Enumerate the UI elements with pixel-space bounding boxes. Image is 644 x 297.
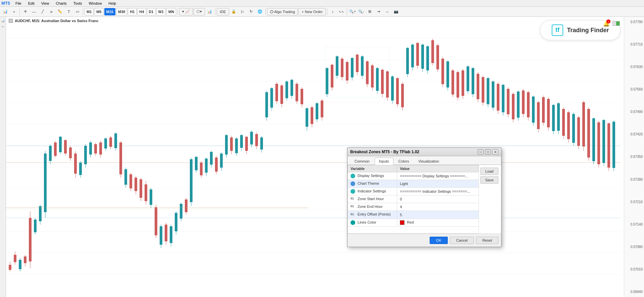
svg-rect-62	[124, 169, 127, 185]
notification-bell[interactable]: 🔔 1	[602, 19, 610, 27]
svg-rect-147	[336, 56, 338, 76]
toolbar-separator-4	[215, 8, 215, 15]
toolbar-separator-7	[347, 8, 347, 15]
svg-rect-241	[572, 114, 575, 143]
tab-inputs[interactable]: Inputs	[375, 158, 393, 165]
text-button[interactable]: T	[65, 8, 73, 16]
hline-button[interactable]: —	[30, 8, 38, 16]
row-value[interactable]: ========== Indicator Settings =======...	[397, 188, 479, 195]
price-label-5: 0.57490	[626, 110, 643, 114]
grid-button[interactable]: ⊞	[366, 8, 374, 16]
notification-badge: 1	[606, 19, 610, 23]
template-button[interactable]: ⬡▾	[194, 8, 205, 15]
ok-button[interactable]: OK	[430, 237, 448, 244]
row-value[interactable]: 5	[397, 211, 479, 219]
toolbar-separator-3	[177, 8, 178, 15]
algo-trading-button[interactable]: Algo Trading	[267, 8, 298, 15]
tf-h4[interactable]: H4	[137, 8, 146, 15]
tf-mn[interactable]: MN	[166, 8, 176, 15]
menu-view[interactable]: View	[40, 1, 51, 5]
period-selector[interactable]: ▾ 📈	[179, 8, 193, 15]
menu-file[interactable]: File	[14, 1, 23, 5]
svg-rect-42	[74, 154, 77, 174]
tf-m30[interactable]: M30	[116, 8, 127, 15]
status-indicator	[612, 21, 620, 26]
trendline-button[interactable]: ╱	[39, 8, 47, 16]
price-label-4: 0.57560	[626, 87, 643, 91]
menu-tools[interactable]: Tools	[72, 1, 84, 5]
row-value[interactable]: Light	[397, 180, 479, 188]
color-swatch-red[interactable]	[400, 220, 405, 225]
plus-button[interactable]: +	[10, 8, 18, 16]
tab-common[interactable]: Common	[350, 158, 374, 165]
crosshair-button[interactable]: ✛	[21, 8, 29, 16]
community-button[interactable]: 🌐	[256, 8, 264, 16]
tab-colors[interactable]: Colors	[394, 158, 414, 165]
dialog-minimize-button[interactable]: ─	[478, 149, 484, 155]
channel-button[interactable]: ≡	[47, 8, 55, 16]
svg-rect-155	[356, 55, 359, 72]
svg-rect-64	[129, 174, 132, 188]
svg-rect-34	[54, 142, 57, 156]
row-value[interactable]: Red	[397, 219, 479, 226]
svg-rect-110	[245, 137, 248, 151]
tf-m15[interactable]: M15	[104, 8, 115, 15]
svg-rect-106	[235, 138, 238, 153]
menu-help[interactable]: Help	[107, 1, 118, 5]
load-button[interactable]: Load	[480, 168, 498, 175]
svg-rect-38	[64, 140, 67, 154]
algo-icon	[270, 10, 273, 13]
svg-rect-219	[517, 92, 520, 118]
svg-rect-249	[592, 118, 595, 161]
zoom-out-button[interactable]: 🔍-	[357, 8, 365, 16]
menu-charts[interactable]: Charts	[54, 1, 68, 5]
svg-rect-177	[411, 45, 414, 67]
row-value[interactable]: ========== Display Settings =======...	[397, 172, 479, 180]
indicator-button[interactable]: ∿∿	[337, 8, 345, 16]
svg-rect-233	[552, 105, 555, 131]
trading-finder-logo-icon: tf	[551, 24, 564, 36]
svg-rect-18	[14, 255, 16, 262]
tf-d1[interactable]: D1	[147, 8, 156, 15]
refresh-button[interactable]: ↻	[247, 8, 255, 16]
reset-button[interactable]: Reset	[476, 237, 498, 244]
screenshot-button[interactable]: 📷	[392, 8, 400, 16]
new-chart-button[interactable]: 📊	[1, 8, 9, 16]
tf-h1[interactable]: H1	[128, 8, 137, 15]
fix-scale-button[interactable]: ↔	[383, 8, 391, 16]
svg-rect-78	[165, 225, 167, 241]
svg-rect-191	[446, 61, 449, 87]
svg-rect-221	[522, 91, 525, 114]
svg-rect-201	[472, 68, 474, 94]
zoom-in-button[interactable]: 🔍+	[348, 8, 357, 16]
lock-button[interactable]: 🔒	[230, 8, 238, 16]
menu-window[interactable]: Window	[87, 1, 103, 5]
tf-m5[interactable]: M5	[94, 8, 103, 15]
row-value[interactable]: 4	[397, 203, 479, 211]
menu-edit[interactable]: Edit	[27, 1, 36, 5]
pen-button[interactable]: ✏️	[56, 8, 64, 16]
play-button[interactable]: ▷	[238, 8, 247, 16]
shapes-button[interactable]: ▭	[73, 8, 82, 16]
cancel-button[interactable]: Cancel	[450, 237, 474, 244]
notification-area: 🔔 1	[602, 19, 620, 27]
zoom-bar-button[interactable]: 📊	[206, 8, 214, 16]
tab-visualization[interactable]: Visualization	[414, 158, 443, 165]
dialog-maximize-button[interactable]: □	[485, 149, 491, 155]
row-value[interactable]: 0	[397, 195, 479, 203]
svg-rect-209	[492, 81, 494, 108]
row-variable: Indicator Settings	[348, 188, 397, 195]
ide-button[interactable]: IDE	[217, 8, 229, 15]
new-order-button[interactable]: + New Order	[299, 8, 326, 15]
svg-rect-94	[205, 159, 208, 173]
svg-rect-185	[431, 40, 434, 63]
buy-sell-button[interactable]: ↕	[329, 8, 337, 16]
tf-w1[interactable]: W1	[156, 8, 166, 15]
svg-rect-40	[69, 147, 72, 158]
svg-rect-80	[170, 226, 172, 243]
autoscroll-button[interactable]: ⇥	[375, 8, 383, 16]
dialog-close-button[interactable]: ✕	[492, 149, 498, 155]
svg-rect-50	[94, 144, 97, 154]
tf-m1[interactable]: M1	[85, 8, 94, 15]
save-button[interactable]: Save	[480, 176, 498, 184]
